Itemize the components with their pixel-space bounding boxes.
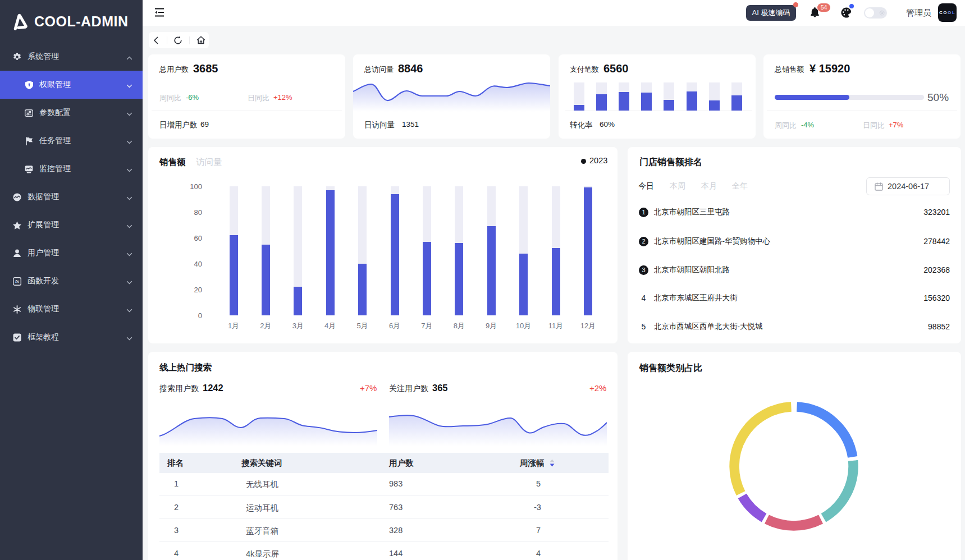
svg-text:fx: fx — [15, 279, 20, 284]
